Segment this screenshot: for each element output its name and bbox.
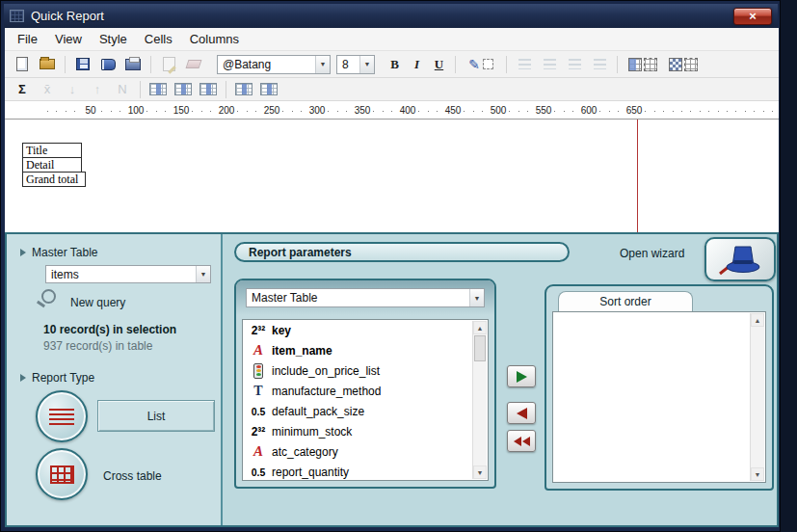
- row-header-title[interactable]: Title: [22, 143, 82, 158]
- boolean-traffic-light-icon: [253, 363, 263, 379]
- open-wizard-button[interactable]: [704, 237, 776, 281]
- list-type-button[interactable]: [36, 390, 88, 442]
- scroll-up-icon[interactable]: ▲: [473, 321, 487, 334]
- italic-button[interactable]: I: [407, 54, 427, 75]
- chevron-down-icon[interactable]: ▼: [196, 266, 210, 282]
- scroll-down-icon[interactable]: ▼: [751, 467, 764, 481]
- edit-button[interactable]: [157, 54, 180, 75]
- new-document-button[interactable]: [11, 54, 34, 75]
- field-item[interactable]: 0.5 default_pack_size: [243, 401, 488, 421]
- eraser-button[interactable]: [182, 54, 205, 75]
- field-item[interactable]: A atc_category: [243, 441, 488, 462]
- delete-column-button[interactable]: [197, 79, 220, 100]
- ruler-label: 500: [489, 105, 509, 116]
- align-justify-icon: [594, 59, 606, 69]
- desktop-background: Quick Report × File View Style Cells Col…: [0, 0, 797, 532]
- field-item[interactable]: include_on_price_list: [243, 360, 488, 381]
- remove-field-button[interactable]: [507, 402, 536, 424]
- chevron-down-icon[interactable]: ▼: [359, 56, 374, 73]
- open-button[interactable]: [36, 54, 59, 75]
- close-button[interactable]: ×: [733, 8, 772, 25]
- scroll-down-icon[interactable]: ▼: [473, 466, 487, 479]
- report-design-area[interactable]: Title Detail Grand total: [5, 120, 779, 232]
- master-table-select[interactable]: items ▼: [45, 265, 211, 283]
- menu-columns[interactable]: Columns: [181, 29, 248, 49]
- scrollbar-thumb[interactable]: [474, 335, 486, 361]
- remove-all-fields-button[interactable]: [507, 430, 536, 452]
- save-button[interactable]: [71, 54, 94, 75]
- menu-cells[interactable]: Cells: [136, 29, 181, 49]
- table-select[interactable]: Master Table ▼: [246, 288, 485, 307]
- title-bar[interactable]: Quick Report ×: [4, 4, 778, 28]
- font-name-select[interactable]: @Batang ▼: [217, 55, 331, 74]
- bold-button[interactable]: B: [385, 54, 405, 75]
- close-icon: ×: [749, 9, 757, 23]
- average-button[interactable]: x̄: [36, 79, 59, 100]
- field-name: atc_category: [272, 445, 338, 459]
- row-header-grand-total[interactable]: Grand total: [22, 172, 86, 187]
- maximum-button[interactable]: ↑: [86, 79, 109, 100]
- cross-table-icon: [50, 466, 74, 484]
- cross-table-type-button[interactable]: [36, 448, 88, 500]
- align-left-icon: [518, 59, 531, 69]
- wizard-panel: Master Table items ▼ New query 10 record…: [5, 232, 779, 527]
- cell-shading-button[interactable]: [664, 54, 703, 75]
- page-margin-line: [637, 120, 638, 232]
- arrow-right-icon: [517, 371, 527, 383]
- sort-scrollbar[interactable]: ▲ ▼: [750, 313, 764, 481]
- align-right-button[interactable]: [563, 54, 586, 75]
- insert-column-icon: [174, 83, 192, 95]
- horizontal-ruler: 50 100 150 200 250 300 350 400 450 500 5…: [5, 101, 779, 120]
- fields-scrollbar[interactable]: ▲ ▼: [472, 321, 487, 479]
- new-query-link[interactable]: New query: [70, 296, 125, 309]
- menu-file[interactable]: File: [9, 29, 46, 49]
- average-icon: x̄: [44, 82, 51, 96]
- count-button[interactable]: N: [111, 79, 134, 100]
- alpha-field-icon: A: [253, 342, 263, 359]
- arrow-marker-icon: [20, 249, 26, 256]
- align-center-button[interactable]: [538, 54, 561, 75]
- field-item[interactable]: 2³² minimum_stock: [243, 421, 488, 441]
- sort-order-list[interactable]: ▲ ▼: [552, 311, 766, 483]
- field-item[interactable]: T manufacture_method: [243, 381, 488, 401]
- ruler-label: 150: [172, 105, 192, 116]
- field-item[interactable]: 0.5 report_quantity: [243, 462, 488, 482]
- client-area: File View Style Cells Columns @Batang ▼ …: [5, 28, 779, 527]
- add-column-button[interactable]: [146, 79, 170, 100]
- print-preview-icon: [101, 59, 116, 70]
- search-icon[interactable]: [41, 289, 56, 304]
- sum-button[interactable]: Σ: [11, 79, 34, 100]
- toolbar-separator: [226, 81, 226, 98]
- list-type-selected-button[interactable]: List: [97, 400, 215, 432]
- field-item[interactable]: 2³² key: [243, 320, 488, 340]
- print-preview-button[interactable]: [96, 54, 120, 75]
- ruler-label: 300: [307, 105, 328, 116]
- scroll-up-icon[interactable]: ▲: [751, 313, 764, 327]
- menu-view[interactable]: View: [46, 29, 91, 49]
- pen-color-button[interactable]: ✎: [462, 54, 500, 75]
- field-name: include_on_price_list: [272, 364, 380, 378]
- move-column-left-button[interactable]: [232, 79, 255, 100]
- font-size-select[interactable]: 8 ▼: [336, 55, 375, 74]
- add-field-button[interactable]: [507, 365, 536, 387]
- chevron-down-icon[interactable]: ▼: [315, 56, 330, 73]
- print-button[interactable]: [121, 54, 145, 75]
- field-item[interactable]: A item_name: [243, 340, 488, 360]
- add-column-icon: [149, 83, 167, 95]
- menu-style[interactable]: Style: [91, 29, 136, 49]
- underline-button[interactable]: U: [429, 54, 449, 75]
- align-justify-button[interactable]: [588, 54, 611, 75]
- row-header-detail[interactable]: Detail: [22, 157, 82, 173]
- toolbar-separator: [140, 81, 141, 98]
- minimum-button[interactable]: ↓: [61, 79, 84, 100]
- cell-borders-button[interactable]: [624, 54, 662, 75]
- master-table-value: items: [46, 268, 196, 281]
- fields-panel: Master Table ▼ 2³² key A item_name: [234, 279, 496, 489]
- cross-table-label: Cross table: [103, 469, 162, 483]
- open-folder-icon: [40, 59, 55, 69]
- align-left-button[interactable]: [513, 54, 536, 75]
- maximum-icon: ↑: [94, 82, 101, 96]
- insert-column-button[interactable]: [172, 79, 195, 100]
- chevron-down-icon[interactable]: ▼: [469, 289, 484, 306]
- move-column-right-button[interactable]: [257, 79, 280, 100]
